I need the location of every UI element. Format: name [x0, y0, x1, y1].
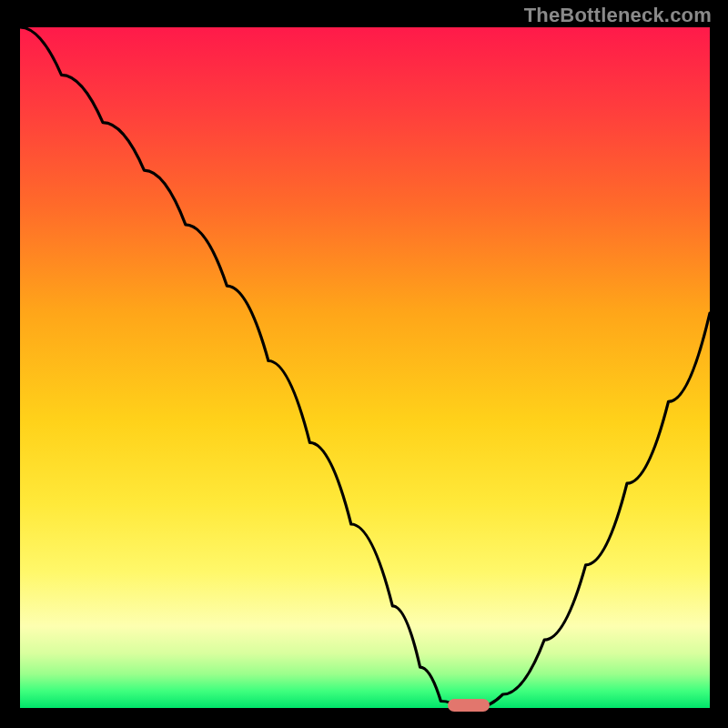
gradient-background — [20, 27, 710, 708]
watermark-text: TheBottleneck.com — [524, 4, 712, 27]
chart-frame: TheBottleneck.com — [0, 0, 728, 728]
